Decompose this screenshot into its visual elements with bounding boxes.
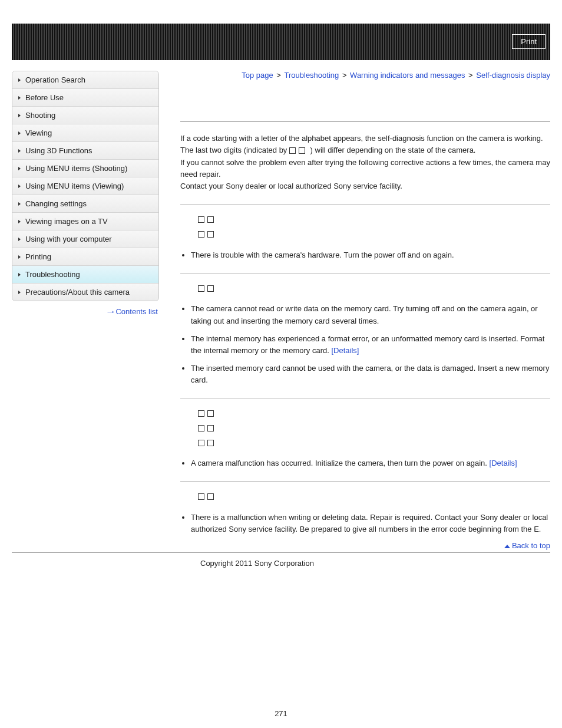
square-icon xyxy=(207,410,214,417)
breadcrumb-separator: > xyxy=(466,71,475,80)
sidebar-item-label: Using MENU items (Shooting) xyxy=(25,164,127,173)
sidebar-item-label: Operation Search xyxy=(25,75,85,84)
section-1: The camera cannot read or write data on … xyxy=(180,273,550,387)
bullet-item: There is trouble with the camera's hardw… xyxy=(191,249,550,261)
back-to-top-link[interactable]: Back to top xyxy=(512,541,550,550)
square-icon xyxy=(207,216,214,223)
square-icon xyxy=(207,493,214,500)
caret-right-icon xyxy=(18,238,21,241)
intro-line2: If you cannot solve the problem even aft… xyxy=(180,158,550,179)
sidebar-item-label: Troubleshooting xyxy=(25,270,80,279)
bullet-item: The inserted memory card cannot be used … xyxy=(191,363,550,386)
square-icon xyxy=(207,285,214,292)
bullet-text: The camera cannot read or write data on … xyxy=(191,304,538,325)
breadcrumb-link-2[interactable]: Warning indicators and messages xyxy=(350,71,465,80)
caret-right-icon xyxy=(18,220,21,223)
caret-right-icon xyxy=(18,114,21,117)
bullet-item: There is a malfunction when writing or d… xyxy=(191,512,550,535)
square-icon xyxy=(207,440,214,446)
caret-right-icon xyxy=(18,273,21,276)
square-icon xyxy=(198,216,204,223)
code-block xyxy=(180,282,550,297)
code-block xyxy=(180,407,550,450)
sidebar-item-6[interactable]: Using MENU items (Viewing) xyxy=(12,177,158,195)
left-column: Operation SearchBefore UseShootingViewin… xyxy=(12,71,159,316)
sidebar-item-label: Printing xyxy=(25,252,51,261)
caret-right-icon xyxy=(18,255,21,259)
main-content: Top page > Troubleshooting > Warning ind… xyxy=(159,71,550,550)
code-line xyxy=(198,282,550,297)
caret-right-icon xyxy=(18,96,21,100)
breadcrumb-separator: > xyxy=(275,71,283,80)
bullet-list: There is a malfunction when writing or d… xyxy=(180,512,550,535)
bullet-text: There is trouble with the camera's hardw… xyxy=(191,251,454,259)
header-bar: Print xyxy=(12,24,550,60)
sidebar-item-10[interactable]: Printing xyxy=(12,248,158,266)
bullet-item: The camera cannot read or write data on … xyxy=(191,303,550,327)
caret-right-icon xyxy=(18,202,21,206)
breadcrumb-link-3[interactable]: Self-diagnosis display xyxy=(476,71,550,80)
square-icon xyxy=(207,231,214,238)
breadcrumb-separator: > xyxy=(340,71,349,80)
code-line xyxy=(198,421,550,436)
footer-separator xyxy=(12,552,550,553)
code-block xyxy=(180,213,550,242)
sections-container: There is trouble with the camera's hardw… xyxy=(180,204,550,535)
square-icon xyxy=(207,425,214,431)
contents-list-link[interactable]: Contents list xyxy=(115,307,158,316)
bullet-item: A camera malfunction has occurred. Initi… xyxy=(191,457,550,469)
sidebar-item-label: Using with your computer xyxy=(25,235,112,243)
code-line xyxy=(198,228,550,242)
square-icon xyxy=(198,285,204,292)
code-line xyxy=(198,407,550,421)
sidebar-item-0[interactable]: Operation Search xyxy=(12,71,158,89)
caret-right-icon xyxy=(18,78,21,82)
caret-right-icon xyxy=(18,131,21,135)
copyright-text: Copyright 2011 Sony Corporation xyxy=(200,559,550,568)
sidebar-item-label: Changing settings xyxy=(25,199,87,208)
bullet-item: The internal memory has experienced a fo… xyxy=(191,333,550,357)
print-button[interactable]: Print xyxy=(512,34,546,49)
intro-text: If a code starting with a letter of the … xyxy=(180,133,550,192)
sidebar-item-9[interactable]: Using with your computer xyxy=(12,230,158,248)
sidebar-item-3[interactable]: Viewing xyxy=(12,124,158,142)
sidebar-item-label: Viewing images on a TV xyxy=(25,217,108,226)
breadcrumb-link-0[interactable]: Top page xyxy=(242,71,273,80)
sidebar-item-1[interactable]: Before Use xyxy=(12,89,158,107)
sidebar-item-12[interactable]: Precautions/About this camera xyxy=(12,284,158,301)
sidebar-item-11[interactable]: Troubleshooting xyxy=(12,266,158,284)
sidebar-item-8[interactable]: Viewing images on a TV xyxy=(12,213,158,230)
page-number: 271 xyxy=(12,709,550,718)
caret-right-icon xyxy=(18,149,21,153)
sidebar-item-label: Precautions/About this camera xyxy=(25,288,130,297)
sidebar-item-label: Before Use xyxy=(25,93,64,102)
square-icon xyxy=(198,493,204,500)
intro-line3: Contact your Sony dealer or local author… xyxy=(180,182,402,190)
intro-part2: ) will differ depending on the state of … xyxy=(310,146,476,154)
breadcrumb-link-1[interactable]: Troubleshooting xyxy=(285,71,339,80)
caret-right-icon xyxy=(18,185,21,188)
details-link[interactable]: [Details] xyxy=(490,459,517,467)
code-line xyxy=(198,490,550,505)
sidebar-item-7[interactable]: Changing settings xyxy=(12,195,158,213)
sidebar: Operation SearchBefore UseShootingViewin… xyxy=(12,71,159,301)
section-2: A camera malfunction has occurred. Initi… xyxy=(180,398,550,469)
placeholder-squares-inline xyxy=(289,145,308,157)
bullet-list: A camera malfunction has occurred. Initi… xyxy=(180,457,550,469)
sidebar-item-label: Viewing xyxy=(25,129,52,137)
square-icon xyxy=(198,231,204,238)
caret-right-icon xyxy=(18,291,21,294)
sidebar-item-4[interactable]: Using 3D Functions xyxy=(12,142,158,160)
caret-right-icon xyxy=(18,167,21,170)
sidebar-item-label: Using MENU items (Viewing) xyxy=(25,182,124,190)
bullet-text: The internal memory has experienced a fo… xyxy=(191,334,544,355)
section-3: There is a malfunction when writing or d… xyxy=(180,481,550,535)
details-link[interactable]: [Details] xyxy=(331,346,359,355)
sidebar-item-2[interactable]: Shooting xyxy=(12,107,158,124)
breadcrumb: Top page > Troubleshooting > Warning ind… xyxy=(180,71,550,80)
bullet-text: There is a malfunction when writing or d… xyxy=(191,513,548,533)
contents-list-row: →Contents list xyxy=(12,307,158,316)
sidebar-item-5[interactable]: Using MENU items (Shooting) xyxy=(12,160,158,177)
intro-separator xyxy=(180,121,550,122)
arrow-right-icon: → xyxy=(105,307,116,316)
